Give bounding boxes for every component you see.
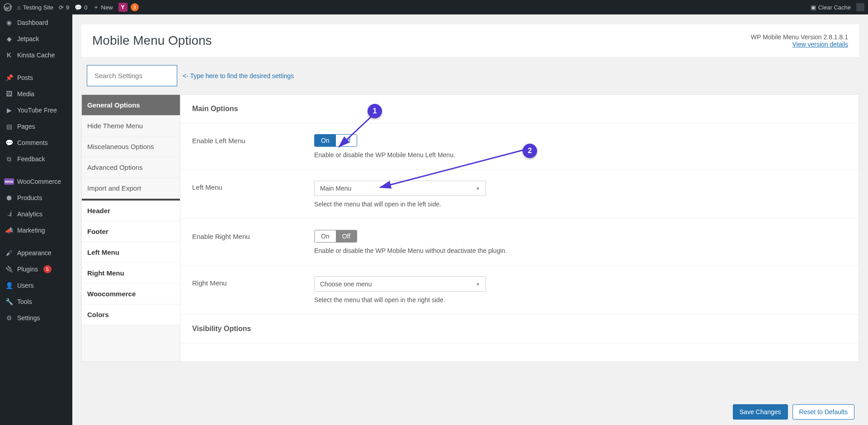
sidebar-item-kinsta-cache[interactable]: KKinsta Cache [0, 47, 72, 63]
footer-actions: Save Changes Reset to Defaults [733, 404, 854, 420]
tab-right-menu[interactable]: Right Menu [82, 263, 180, 284]
tab-miscelaneous-options[interactable]: Miscelaneous Options [82, 136, 180, 157]
plus-icon: ＋ [93, 3, 99, 11]
search-hint: <- Type here to find the desired setting… [183, 72, 294, 79]
sidebar-item-youtube-free[interactable]: ▶YouTube Free [0, 102, 72, 118]
settings-panel: General OptionsHide Theme MenuMiscelaneo… [81, 94, 859, 362]
sidebar-item-woocommerce[interactable]: wooWooCommerce [0, 173, 72, 190]
yoast-icon: Y [118, 3, 127, 12]
sidebar-item-comments[interactable]: 💬Comments [0, 135, 72, 151]
clear-icon: ▣ [811, 4, 816, 11]
sidebar-item-media[interactable]: 🖼Media [0, 86, 72, 102]
sidebar-item-posts[interactable]: 📌Posts [0, 70, 72, 86]
mega-icon: 📣 [5, 226, 14, 235]
user-icon: 👤 [5, 281, 14, 290]
sidebar-item-label: Marketing [17, 227, 45, 234]
tab-footer[interactable]: Footer [82, 221, 180, 242]
chart-icon: ₌ıİ [5, 210, 14, 219]
sidebar-item-label: YouTube Free [17, 107, 57, 114]
sidebar-item-label: Plugins [17, 266, 38, 273]
version-details-link[interactable]: View version details [793, 41, 848, 48]
sidebar-item-pages[interactable]: ▤Pages [0, 118, 72, 135]
wp-admin-sidebar: ◉Dashboard◆JetpackKKinsta Cache📌Posts🖼Me… [0, 14, 72, 425]
gauge-icon: ◉ [5, 18, 14, 27]
sidebar-item-label: Settings [17, 314, 40, 322]
tab-advanced-options[interactable]: Advanced Options [82, 157, 180, 178]
sidebar-item-label: Analytics [17, 210, 42, 218]
save-changes-button[interactable]: Save Changes [733, 404, 788, 420]
sidebar-item-label: Tools [17, 298, 32, 305]
sidebar-item-label: Kinsta Cache [17, 51, 55, 59]
sidebar-item-appearance[interactable]: 🖌Appearance [0, 245, 72, 261]
media-icon: 🖼 [5, 89, 14, 98]
search-settings-input[interactable] [87, 65, 177, 86]
field-label: Enable Left Menu [192, 134, 314, 145]
play-icon: ▶ [5, 106, 14, 115]
plug-icon: 🔌 [5, 265, 14, 274]
comment-icon: 💬 [5, 138, 14, 147]
site-link[interactable]: ⌂Testing Site [17, 4, 53, 11]
sidebar-item-users[interactable]: 👤Users [0, 277, 72, 294]
select-left-menu[interactable]: Main Menu ▼ [314, 181, 486, 196]
cog-icon: ⚙ [5, 313, 14, 322]
tab-hide-theme-menu[interactable]: Hide Theme Menu [82, 116, 180, 136]
wp-logo[interactable] [4, 3, 12, 11]
reset-defaults-button[interactable]: Reset to Defaults [793, 404, 854, 420]
brush-icon: 🖌 [5, 248, 14, 257]
sidebar-item-marketing[interactable]: 📣Marketing [0, 222, 72, 238]
sidebar-item-label: Appearance [17, 249, 52, 257]
comments-link[interactable]: 💬0 [75, 4, 87, 11]
tab-colors[interactable]: Colors [82, 304, 180, 325]
chevron-down-icon: ▼ [476, 282, 480, 287]
updates-link[interactable]: ⟳9 [59, 4, 69, 11]
new-link[interactable]: ＋New [93, 3, 113, 11]
tab-import-and-export[interactable]: Import and Export [82, 178, 180, 199]
toggle-enable-left-menu[interactable]: On Off [314, 134, 357, 147]
select-right-menu[interactable]: Choose one menu ▼ [314, 276, 486, 292]
toggle-enable-right-menu[interactable]: On Off [314, 230, 357, 243]
sidebar-item-label: Jetpack [17, 35, 39, 42]
tab-general-options[interactable]: General Options [82, 95, 180, 116]
version-text: WP Mobile Menu Version 2.8.1.8.1 [751, 33, 848, 41]
update-badge: 5 [43, 265, 52, 273]
chevron-down-icon: ▼ [476, 186, 480, 191]
sidebar-item-plugins[interactable]: 🔌Plugins5 [0, 261, 72, 277]
sidebar-item-settings[interactable]: ⚙Settings [0, 310, 72, 326]
sidebar-item-analytics[interactable]: ₌ıİAnalytics [0, 206, 72, 222]
sidebar-item-jetpack[interactable]: ◆Jetpack [0, 31, 72, 47]
clear-cache-link[interactable]: ▣Clear Cache [811, 4, 851, 11]
field-right-menu: Right Menu Choose one menu ▼ Select the … [180, 266, 859, 315]
annotation-badge-1: 1 [368, 104, 382, 118]
sidebar-item-dashboard[interactable]: ◉Dashboard [0, 14, 72, 31]
home-icon: ⌂ [17, 4, 21, 11]
page-title: Mobile Menu Options [92, 33, 212, 48]
jetpack-icon: ◆ [5, 34, 14, 43]
section-main-options: Main Options [180, 95, 859, 123]
yoast-link[interactable]: Y3 [118, 3, 139, 12]
settings-form: Main Options Enable Left Menu On Off Ena… [180, 95, 859, 361]
field-label: Enable Right Menu [192, 230, 314, 240]
wrench-icon: 🔧 [5, 297, 14, 306]
account-avatar[interactable] [856, 3, 864, 11]
sidebar-item-label: WooCommerce [17, 178, 61, 185]
annotation-badge-2: 2 [523, 144, 537, 158]
box-icon: ⬢ [5, 193, 14, 202]
tab-woocommerce[interactable]: Woocommerce [82, 284, 180, 304]
content-area: Mobile Menu Options WP Mobile Menu Versi… [72, 14, 868, 425]
field-desc: Select the menu that will open in the le… [314, 201, 847, 208]
sidebar-item-feedback[interactable]: ⧉Feedback [0, 151, 72, 167]
tab-left-menu[interactable]: Left Menu [82, 242, 180, 263]
page-icon: ▤ [5, 122, 14, 131]
settings-tabs: General OptionsHide Theme MenuMiscelaneo… [82, 95, 180, 361]
sidebar-item-label: Media [17, 90, 34, 98]
tab-header[interactable]: Header [82, 201, 180, 221]
sidebar-item-tools[interactable]: 🔧Tools [0, 294, 72, 310]
refresh-icon: ⟳ [59, 4, 64, 11]
sidebar-item-products[interactable]: ⬢Products [0, 190, 72, 206]
field-desc: Select the menu that will open in the ri… [314, 296, 847, 304]
sidebar-item-label: Comments [17, 139, 48, 146]
field-label: Left Menu [192, 181, 314, 191]
field-left-menu: Left Menu Main Menu ▼ Select the menu th… [180, 170, 859, 219]
sidebar-item-label: Products [17, 194, 42, 201]
field-enable-left-menu: Enable Left Menu On Off Enable or disabl… [180, 123, 859, 170]
